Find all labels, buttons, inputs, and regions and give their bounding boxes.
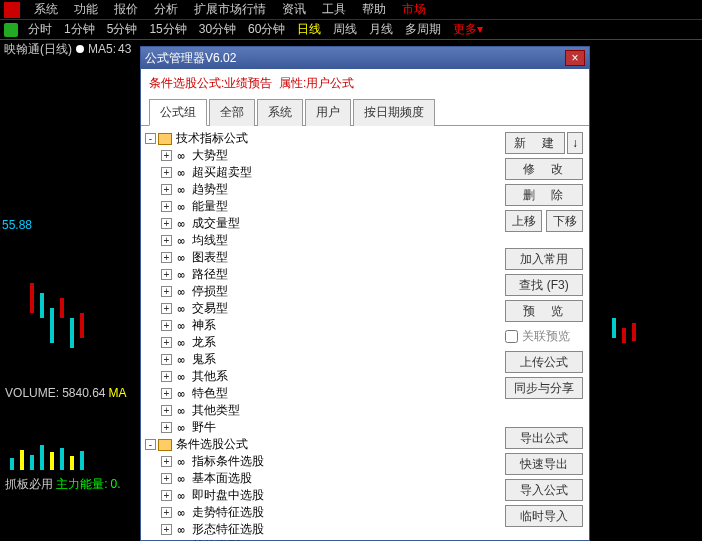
move-up-button[interactable]: 上移	[505, 210, 542, 232]
expand-icon[interactable]: +	[161, 320, 172, 331]
expand-icon[interactable]: +	[161, 388, 172, 399]
tf-15m[interactable]: 15分钟	[143, 19, 192, 40]
expand-icon[interactable]: +	[161, 201, 172, 212]
expand-icon[interactable]: +	[161, 405, 172, 416]
find-button[interactable]: 查找 (F3)	[505, 274, 583, 296]
expand-icon[interactable]: +	[161, 184, 172, 195]
tree-node[interactable]: +∞超买超卖型	[145, 164, 501, 181]
temp-import-button[interactable]: 临时导入	[505, 505, 583, 527]
tree-node[interactable]: +∞走势特征选股	[145, 504, 501, 521]
sync-button[interactable]: 同步与分享	[505, 377, 583, 399]
tree-node[interactable]: +∞交易型	[145, 300, 501, 317]
tree-node[interactable]: +∞图表型	[145, 249, 501, 266]
tree-node[interactable]: +∞基本面选股	[145, 470, 501, 487]
tree-label: 大势型	[192, 147, 228, 164]
tf-30m[interactable]: 30分钟	[193, 19, 242, 40]
menu-ext-market[interactable]: 扩展市场行情	[186, 0, 274, 20]
upload-button[interactable]: 上传公式	[505, 351, 583, 373]
tree-node[interactable]: +∞野牛	[145, 419, 501, 436]
tf-day[interactable]: 日线	[291, 19, 327, 40]
expand-icon[interactable]: +	[161, 337, 172, 348]
tree-node[interactable]: +∞形态特征选股	[145, 521, 501, 538]
tree-node[interactable]: +∞路径型	[145, 266, 501, 283]
vbar	[60, 448, 64, 470]
expand-icon[interactable]: +	[161, 252, 172, 263]
tf-week[interactable]: 周线	[327, 19, 363, 40]
expand-icon[interactable]: +	[161, 354, 172, 365]
tree-node[interactable]: +∞特色型	[145, 385, 501, 402]
link-icon: ∞	[174, 506, 188, 520]
expand-icon[interactable]: +	[161, 286, 172, 297]
expand-icon[interactable]: +	[161, 371, 172, 382]
expand-icon[interactable]: +	[161, 473, 172, 484]
tree-node[interactable]: +∞即时盘中选股	[145, 487, 501, 504]
tree-node[interactable]: +∞大势型	[145, 147, 501, 164]
tree-label: 野牛	[192, 419, 216, 436]
tab-user[interactable]: 用户	[305, 99, 351, 126]
tree-node[interactable]: +∞趋势型	[145, 181, 501, 198]
tf-tick[interactable]: 分时	[22, 19, 58, 40]
tree-node[interactable]: +∞成交量型	[145, 215, 501, 232]
tree-node[interactable]: +∞其他类型	[145, 402, 501, 419]
tree-root-tech[interactable]: - 技术指标公式	[145, 130, 501, 147]
expand-icon[interactable]: +	[161, 524, 172, 535]
tf-month[interactable]: 月线	[363, 19, 399, 40]
tree-root-cond[interactable]: - 条件选股公式	[145, 436, 501, 453]
tab-all[interactable]: 全部	[209, 99, 255, 126]
export-button[interactable]: 导出公式	[505, 427, 583, 449]
expand-icon[interactable]: +	[161, 507, 172, 518]
expand-icon[interactable]: +	[161, 167, 172, 178]
tf-5m[interactable]: 5分钟	[101, 19, 144, 40]
menu-help[interactable]: 帮助	[354, 0, 394, 20]
menu-analysis[interactable]: 分析	[146, 0, 186, 20]
tf-more[interactable]: 更多▾	[447, 19, 489, 40]
add-common-button[interactable]: 加入常用	[505, 248, 583, 270]
collapse-icon[interactable]: -	[145, 133, 156, 144]
tab-system[interactable]: 系统	[257, 99, 303, 126]
assoc-preview-row[interactable]: 关联预览	[505, 326, 583, 347]
expand-icon[interactable]: +	[161, 490, 172, 501]
expand-icon[interactable]: +	[161, 269, 172, 280]
tf-60m[interactable]: 60分钟	[242, 19, 291, 40]
import-button[interactable]: 导入公式	[505, 479, 583, 501]
tree-node[interactable]: +∞神系	[145, 317, 501, 334]
fast-export-button[interactable]: 快速导出	[505, 453, 583, 475]
tree-node[interactable]: +∞其他系	[145, 368, 501, 385]
new-dropdown-icon[interactable]: ↓	[567, 132, 583, 154]
assoc-preview-checkbox[interactable]	[505, 330, 518, 343]
move-down-button[interactable]: 下移	[546, 210, 583, 232]
candle	[70, 318, 74, 348]
tf-multi[interactable]: 多周期	[399, 19, 447, 40]
menu-tools[interactable]: 工具	[314, 0, 354, 20]
menu-system[interactable]: 系统	[26, 0, 66, 20]
stock-name: 映翰通(日线)	[4, 41, 72, 58]
tree-node[interactable]: +∞停损型	[145, 283, 501, 300]
menu-quote[interactable]: 报价	[106, 0, 146, 20]
expand-icon[interactable]: +	[161, 422, 172, 433]
expand-icon[interactable]: +	[161, 303, 172, 314]
modify-button[interactable]: 修 改	[505, 158, 583, 180]
expand-icon[interactable]: +	[161, 456, 172, 467]
expand-icon[interactable]: +	[161, 150, 172, 161]
menu-news[interactable]: 资讯	[274, 0, 314, 20]
preview-button[interactable]: 预 览	[505, 300, 583, 322]
expand-icon[interactable]: +	[161, 235, 172, 246]
tab-group[interactable]: 公式组	[149, 99, 207, 126]
delete-button[interactable]: 删 除	[505, 184, 583, 206]
tree-node[interactable]: +∞鬼系	[145, 351, 501, 368]
collapse-icon[interactable]: -	[145, 439, 156, 450]
close-button[interactable]: ×	[565, 50, 585, 66]
tab-date[interactable]: 按日期频度	[353, 99, 435, 126]
dialog-titlebar[interactable]: 公式管理器V6.02 ×	[141, 47, 589, 69]
menu-market[interactable]: 市场	[394, 0, 434, 20]
tree-node[interactable]: +∞指标条件选股	[145, 453, 501, 470]
tree-node[interactable]: +∞均线型	[145, 232, 501, 249]
tree-node[interactable]: +∞龙系	[145, 334, 501, 351]
tf-1m[interactable]: 1分钟	[58, 19, 101, 40]
new-button[interactable]: 新 建	[505, 132, 565, 154]
refresh-icon[interactable]	[4, 23, 18, 37]
tree-node[interactable]: +∞能量型	[145, 198, 501, 215]
expand-icon[interactable]: +	[161, 218, 172, 229]
menu-function[interactable]: 功能	[66, 0, 106, 20]
formula-tree[interactable]: - 技术指标公式 +∞大势型+∞超买超卖型+∞趋势型+∞能量型+∞成交量型+∞均…	[141, 126, 505, 541]
